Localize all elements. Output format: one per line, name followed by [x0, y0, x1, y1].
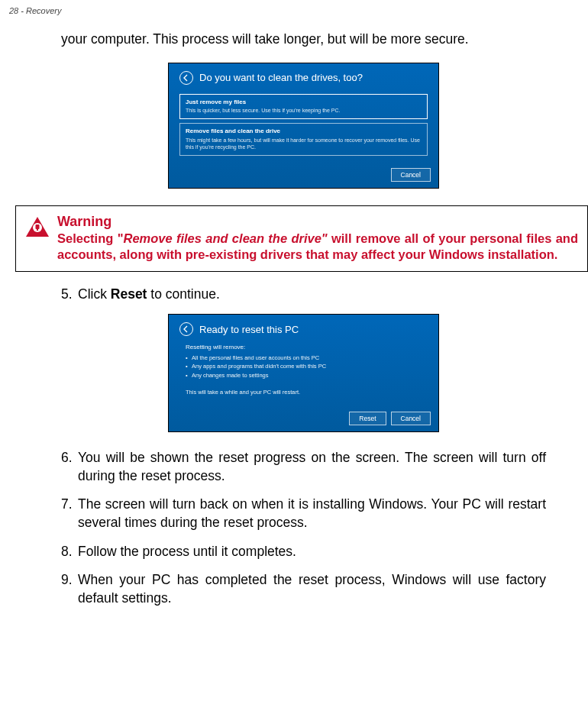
- warning-body: Selecting "Remove files and clean the dr…: [57, 231, 578, 263]
- warning-italic: Remove files and clean the drive": [123, 231, 327, 245]
- warning-triangle-icon: [25, 216, 50, 237]
- step8-num: 8.: [61, 543, 78, 561]
- warning-icon-wrap: [25, 214, 50, 241]
- option1-title: Just remove my files: [186, 99, 422, 107]
- step7-num: 7.: [61, 496, 78, 531]
- step6-text: You will be shown the reset progress on …: [78, 449, 546, 485]
- dialog2-wrapper: Ready to reset this PC Resetting will re…: [61, 314, 546, 432]
- step-8: 8. Follow the process until it completes…: [61, 543, 546, 561]
- dialog2-footer: Reset Cancel: [169, 389, 438, 431]
- dialog1-title: Do you want to clean the drives, too?: [199, 72, 363, 83]
- step7-text: The screen will turn back on when it is …: [78, 496, 546, 531]
- dialog1-header: Do you want to clean the drives, too?: [169, 63, 438, 91]
- dialog2-header: Ready to reset this PC: [169, 315, 438, 342]
- step5-pre: Click: [78, 286, 111, 302]
- intro-paragraph: your computer. This process will take lo…: [61, 31, 546, 49]
- option2-title: Remove files and clean the drive: [186, 128, 422, 136]
- step9-num: 9.: [61, 571, 78, 607]
- cancel-button[interactable]: Cancel: [391, 168, 431, 182]
- step5-text: Click Reset to continue.: [78, 286, 546, 304]
- page-content: your computer. This process will take lo…: [0, 15, 588, 608]
- clean-drives-dialog: Do you want to clean the drives, too? Ju…: [168, 63, 439, 189]
- step5-bold: Reset: [111, 286, 147, 302]
- warning-text: Warning Selecting "Remove files and clea…: [57, 214, 578, 263]
- step5-num: 5.: [61, 286, 78, 304]
- reset-button[interactable]: Reset: [349, 412, 386, 425]
- bullet-2: Any apps and programs that didn't come w…: [186, 362, 428, 370]
- step-9: 9. When your PC has completed the reset …: [61, 571, 546, 607]
- step5-post: to continue.: [147, 286, 219, 302]
- step-5: 5. Click Reset to continue.: [61, 286, 546, 304]
- dialog1-wrapper: Do you want to clean the drives, too? Ju…: [61, 63, 546, 189]
- step-7: 7. The screen will turn back on when it …: [61, 496, 546, 531]
- svg-rect-2: [37, 228, 38, 231]
- dialog2-bullets: All the personal files and user accounts…: [169, 350, 438, 384]
- ready-reset-dialog: Ready to reset this PC Resetting will re…: [168, 314, 439, 432]
- option-just-remove[interactable]: Just remove my files This is quicker, bu…: [179, 94, 428, 119]
- bullet-1: All the personal files and user accounts…: [186, 354, 428, 362]
- back-arrow-icon-2[interactable]: [179, 322, 193, 336]
- option1-desc: This is quicker, but less secure. Use th…: [186, 107, 422, 114]
- step6-num: 6.: [61, 449, 78, 485]
- dialog1-footer: Cancel: [169, 145, 438, 188]
- warning-box: Warning Selecting "Remove files and clea…: [15, 205, 588, 272]
- step8-text: Follow the process until it completes.: [78, 543, 546, 561]
- cancel-button-2[interactable]: Cancel: [391, 412, 431, 425]
- step-6: 6. You will be shown the reset progress …: [61, 449, 546, 485]
- warning-prefix: Selecting ": [57, 231, 123, 245]
- back-arrow-icon[interactable]: [179, 71, 193, 85]
- page-header: 28 - Recovery: [0, 0, 588, 15]
- warning-title: Warning: [57, 214, 578, 230]
- dialog2-title: Ready to reset this PC: [199, 324, 299, 335]
- bullet-3: Any changes made to settings: [186, 371, 428, 380]
- step9-text: When your PC has completed the reset pro…: [78, 571, 546, 607]
- dialog2-intro: Resetting will remove:: [169, 342, 438, 350]
